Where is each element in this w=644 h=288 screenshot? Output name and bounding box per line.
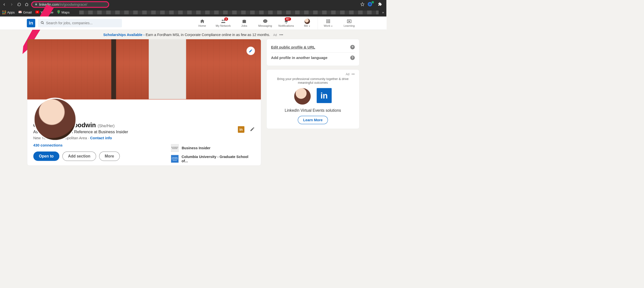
ad-banner: Scholarships Available - Earn a Fordham … — [0, 30, 386, 39]
url-bar[interactable]: linkedin.com/in/goodwingrace/ — [31, 1, 109, 8]
nav-notifications[interactable]: 99+ Notifications — [276, 16, 297, 30]
overflow-bookmarks — [79, 10, 378, 14]
experience-item[interactable]: Columbia Journalism School Columbia Univ… — [171, 155, 255, 163]
profile-badge-icon[interactable] — [367, 2, 375, 7]
ad-link[interactable]: Scholarships Available - — [103, 33, 146, 37]
svg-point-1 — [368, 3, 371, 6]
svg-point-3 — [58, 11, 59, 12]
star-icon[interactable] — [360, 2, 364, 7]
chevron-down-icon: ▼ — [309, 25, 310, 27]
ad-text: Earn a Fordham MSL in Corporate Complian… — [146, 33, 270, 37]
chevron-down-icon: ▼ — [331, 25, 332, 27]
learning-icon — [346, 18, 352, 24]
messaging-icon — [262, 18, 268, 24]
search-input[interactable] — [46, 21, 119, 25]
nav-learning[interactable]: Learning — [338, 16, 360, 30]
linkedin-logo[interactable]: in — [27, 19, 35, 27]
help-icon[interactable]: ? — [350, 56, 354, 60]
sidebar-links-card: Edit public profile & URL ? Add profile … — [266, 39, 359, 66]
profile-card: in BUSINESS INSIDER Business Insider Col… — [27, 39, 261, 166]
nav-work[interactable]: Work▼ — [318, 16, 338, 30]
gmail-icon — [18, 10, 22, 14]
edit-cover-button[interactable] — [246, 47, 255, 55]
svg-point-11 — [266, 21, 266, 21]
cover-photo[interactable] — [27, 39, 261, 99]
ad-tag: Ad — [273, 33, 277, 36]
svg-point-6 — [222, 20, 223, 21]
promo-title: LinkedIn Virtual Events solutions — [271, 108, 355, 113]
youtube-bookmark[interactable]: YouTube — [35, 10, 53, 14]
avatar-icon — [304, 18, 310, 24]
notifications-badge: 99+ — [285, 17, 291, 20]
maps-icon — [57, 10, 60, 15]
url-text: linkedin.com/in/goodwingrace/ — [39, 2, 87, 7]
maps-bookmark[interactable]: Maps — [57, 10, 70, 15]
youtube-icon — [35, 10, 39, 14]
svg-point-5 — [41, 22, 43, 24]
company-logo: BUSINESS INSIDER — [171, 144, 179, 152]
nav-home[interactable]: Home — [192, 16, 213, 30]
home-button[interactable] — [24, 2, 30, 8]
linkedin-nav: in Home 5 My Network Jobs Mess — [0, 16, 386, 30]
nav-network[interactable]: 5 My Network — [213, 16, 234, 30]
search-icon — [40, 21, 44, 25]
nav-me[interactable]: Me▼ — [297, 16, 318, 30]
experience-item[interactable]: BUSINESS INSIDER Business Insider — [171, 144, 255, 152]
home-icon — [200, 18, 205, 24]
promo-cta-button[interactable]: Learn More — [298, 116, 328, 124]
sidebar-promo-card: Ad ••• Bring your professional community… — [266, 70, 359, 129]
profile-pronouns: (She/Her) — [98, 124, 115, 128]
add-language-link[interactable]: Add profile in another language ? — [271, 54, 355, 62]
jobs-icon — [242, 18, 247, 24]
help-icon[interactable]: ? — [350, 45, 354, 49]
search-box[interactable] — [38, 19, 122, 27]
extensions-icon[interactable] — [378, 2, 382, 7]
lock-icon — [35, 3, 38, 6]
bookmarks-bar: Apps Gmail YouTube Maps » — [0, 9, 386, 16]
promo-ad-tag: Ad — [346, 72, 350, 76]
edit-profile-button[interactable] — [250, 126, 255, 132]
svg-point-9 — [264, 21, 265, 21]
back-button[interactable] — [1, 2, 7, 8]
promo-avatar — [294, 88, 311, 104]
nav-jobs[interactable]: Jobs — [234, 16, 255, 30]
network-badge: 5 — [224, 17, 228, 20]
apps-bookmark[interactable]: Apps — [2, 10, 15, 14]
promo-linkedin-icon: in — [317, 88, 332, 103]
open-to-button[interactable]: Open to — [33, 152, 60, 161]
browser-chrome: linkedin.com/in/goodwingrace/ Apps Gmail — [0, 0, 386, 16]
apps-grid-icon — [2, 11, 6, 14]
add-section-button[interactable]: Add section — [62, 152, 96, 161]
work-grid-icon — [326, 18, 331, 24]
promo-subtitle: Bring your professional community togeth… — [271, 77, 355, 84]
profile-avatar[interactable] — [33, 98, 77, 141]
ad-menu-icon[interactable]: ••• — [280, 33, 283, 37]
experience-summary: BUSINESS INSIDER Business Insider Columb… — [171, 144, 255, 166]
reload-button[interactable] — [16, 2, 22, 8]
school-logo: Columbia Journalism School — [171, 155, 179, 163]
linkedin-badge-icon[interactable]: in — [238, 126, 244, 133]
contact-info-link[interactable]: Contact info — [90, 136, 112, 140]
edit-public-url-link[interactable]: Edit public profile & URL ? — [271, 43, 355, 52]
nav-messaging[interactable]: Messaging — [255, 16, 276, 30]
bookmarks-overflow-icon[interactable]: » — [382, 10, 384, 14]
gmail-bookmark[interactable]: Gmail — [18, 10, 32, 14]
svg-point-10 — [265, 21, 266, 21]
forward-button[interactable] — [9, 2, 15, 8]
promo-menu-icon[interactable]: ••• — [352, 72, 355, 76]
more-button[interactable]: More — [99, 152, 120, 161]
